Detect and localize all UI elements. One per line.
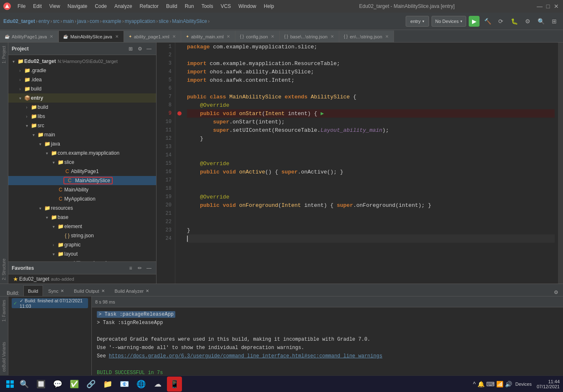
- bottom-tab-build[interactable]: Build: [23, 285, 43, 296]
- tab-config-json[interactable]: { } config.json ✕: [235, 30, 280, 42]
- breadcrumb-part-2[interactable]: src: [53, 18, 60, 24]
- taskbar-search[interactable]: 🔍: [17, 377, 32, 392]
- tree-item-ability-main-xml[interactable]: › ✦ ability_main.xml: [8, 259, 156, 261]
- taskbar-widget[interactable]: 🔲: [33, 377, 48, 392]
- favorites-minus-icon[interactable]: —: [145, 264, 153, 272]
- taskbar-teams[interactable]: 💬: [50, 377, 65, 392]
- devices-dropdown[interactable]: No Devices ▾: [432, 16, 466, 27]
- tab-close-6[interactable]: ✕: [384, 34, 389, 39]
- layout-button[interactable]: ⊞: [549, 16, 560, 27]
- menu-edit[interactable]: Edit: [30, 3, 45, 10]
- tree-item-graphic[interactable]: › 📁 graphic: [8, 240, 156, 249]
- tree-item-element[interactable]: ▾ 📁 element: [8, 222, 156, 231]
- tab-ability-main-xml[interactable]: ✦ ability_main.xml ✕: [181, 30, 235, 42]
- tab-close-2[interactable]: ✕: [172, 34, 177, 39]
- tree-item-src[interactable]: ▾ 📁 src: [8, 121, 156, 130]
- settings-button[interactable]: ⚙: [522, 16, 533, 27]
- minimize-button[interactable]: —: [536, 3, 543, 10]
- taskbar-keyboard-icon[interactable]: ⌨: [486, 381, 495, 387]
- panel-layout-icon[interactable]: ⊞: [127, 45, 134, 53]
- taskbar-folder[interactable]: 📁: [100, 377, 115, 392]
- breadcrumb-part-9[interactable]: MainAbilitySlice: [172, 18, 207, 24]
- tree-item-gradle[interactable]: › 📁 .gradle: [8, 66, 156, 75]
- menu-refactor[interactable]: Refactor: [136, 3, 162, 10]
- code-content[interactable]: package com.example.myapplication.slice;…: [184, 43, 558, 284]
- taskbar-notification-icon[interactable]: 🔔: [477, 381, 485, 387]
- taskbar-check[interactable]: ✅: [67, 377, 82, 392]
- menu-code[interactable]: Code: [91, 3, 110, 10]
- bottom-panel-gear[interactable]: ⚙: [552, 289, 560, 296]
- breadcrumb-part-6[interactable]: example: [102, 18, 121, 24]
- sync-button[interactable]: ⟳: [495, 16, 506, 27]
- tree-item-mainabilityslice[interactable]: › C MainAbilitySlice: [8, 176, 156, 185]
- menu-help[interactable]: Help: [260, 3, 278, 10]
- favorites-add-icon[interactable]: ≡: [127, 264, 134, 272]
- menu-build[interactable]: Build: [163, 3, 181, 10]
- tree-item-libs[interactable]: › 📁 libs: [8, 112, 156, 121]
- bottom-tab-buildanalyzer-close[interactable]: ✕: [146, 289, 149, 293]
- breadcrumb-part-8[interactable]: slice: [159, 18, 169, 24]
- menu-file[interactable]: File: [14, 3, 29, 10]
- tab-close-3[interactable]: ✕: [226, 34, 231, 39]
- bottom-tab-buildoutput-close[interactable]: ✕: [101, 289, 105, 293]
- tree-item-base[interactable]: ▾ 📁 base: [8, 213, 156, 222]
- taskbar-wifi-icon[interactable]: 📶: [496, 381, 503, 387]
- tree-item-myapplication[interactable]: › C MyApplication: [8, 194, 156, 204]
- structure-panel-toggle[interactable]: 2: Structure: [1, 255, 7, 284]
- tree-item-entry-build[interactable]: › 📁 build: [8, 103, 156, 112]
- breadcrumb-part-4[interactable]: java: [77, 18, 86, 24]
- menu-run[interactable]: Run: [182, 3, 197, 10]
- entry-dropdown[interactable]: entry ▾: [406, 16, 429, 27]
- tree-item-resources[interactable]: ▾ 📁 resources: [8, 204, 156, 213]
- tree-item-idea[interactable]: › 📁 .idea: [8, 75, 156, 84]
- favorites-label[interactable]: 1: Favorites: [1, 297, 7, 325]
- favorites-item[interactable]: ★ Edu02_target auto-added: [8, 274, 156, 284]
- tree-item-abilitypage1[interactable]: › C AbilityPage1: [8, 167, 156, 176]
- taskbar-cloud[interactable]: ☁: [150, 377, 165, 392]
- tree-item-entry[interactable]: ▾ 📦 entry: [8, 93, 156, 103]
- menu-vcs[interactable]: VCS: [217, 3, 235, 10]
- tab-close-5[interactable]: ✕: [330, 34, 335, 39]
- menu-view[interactable]: View: [46, 3, 63, 10]
- favorites-pencil-icon[interactable]: ✏: [136, 264, 144, 272]
- panel-close-icon[interactable]: —: [145, 45, 153, 53]
- tab-mainabilityslice[interactable]: ☕ MainAbilitySlice.java ✕: [58, 30, 124, 42]
- bottom-tab-sync[interactable]: Sync ✕: [44, 285, 68, 296]
- menu-navigate[interactable]: Navigate: [64, 3, 91, 10]
- run-button[interactable]: ▶: [469, 16, 480, 27]
- taskbar-link[interactable]: 🔗: [83, 377, 98, 392]
- breadcrumb-part-7[interactable]: myapplication: [125, 18, 155, 24]
- tree-item-string-json[interactable]: › { } string.json: [8, 231, 156, 240]
- tab-en-string-json[interactable]: { } en\...\string.json ✕: [339, 30, 394, 42]
- breadcrumb-part-5[interactable]: com: [90, 18, 99, 24]
- tab-close-1[interactable]: ✕: [114, 34, 119, 39]
- menu-analyze[interactable]: Analyze: [111, 3, 136, 10]
- breadcrumb-part-1[interactable]: entry: [38, 18, 50, 24]
- breadcrumb-part-3[interactable]: main: [63, 18, 74, 24]
- start-button[interactable]: [3, 377, 17, 391]
- tree-item-mainability[interactable]: › C MainAbility: [8, 185, 156, 194]
- build-item-success[interactable]: ✓ ✓ Build: finished at 07/12/2021 11:03: [12, 298, 88, 308]
- taskbar-sound-icon[interactable]: 🔊: [505, 381, 512, 387]
- taskbar-browser[interactable]: 🌐: [134, 377, 149, 392]
- menu-window[interactable]: Window: [235, 3, 260, 10]
- tree-root[interactable]: ▾ 📁 Edu02_target N:\HarmonyOS\Edu02_targ…: [8, 57, 156, 66]
- search-button[interactable]: 🔍: [535, 16, 546, 27]
- build-button[interactable]: 🔨: [482, 16, 493, 27]
- maximize-button[interactable]: □: [545, 3, 551, 10]
- tree-item-com[interactable]: ▾ 📁 com.example.myapplication: [8, 148, 156, 158]
- tab-base-string-json[interactable]: { } base\...\string.json ✕: [280, 30, 339, 42]
- bottom-tab-build-analyzer[interactable]: Build Analyzer ✕: [110, 285, 154, 296]
- tree-item-build-root[interactable]: › 📁 build: [8, 84, 156, 93]
- breadcrumb-part-0[interactable]: Edu02_target: [3, 18, 35, 24]
- bottom-tab-sync-close[interactable]: ✕: [61, 289, 64, 293]
- tab-close-0[interactable]: ✕: [49, 34, 54, 39]
- tree-item-main[interactable]: ▾ 📁 main: [8, 130, 156, 139]
- tree-item-slice[interactable]: ▾ 📁 slice: [8, 158, 156, 167]
- tree-item-java[interactable]: ▾ 📁 java: [8, 139, 156, 148]
- bottom-tab-build-output[interactable]: Build Output ✕: [69, 285, 109, 296]
- close-button[interactable]: ✕: [553, 3, 560, 10]
- terminal-link[interactable]: https://docs.gradle.org/6.3/userguide/co…: [109, 353, 382, 359]
- code-area[interactable]: 1 2 3 4 5 6 7 8 9 10 11 12 13 14 15 16 1…: [157, 43, 563, 284]
- taskbar-mail[interactable]: 📧: [117, 377, 132, 392]
